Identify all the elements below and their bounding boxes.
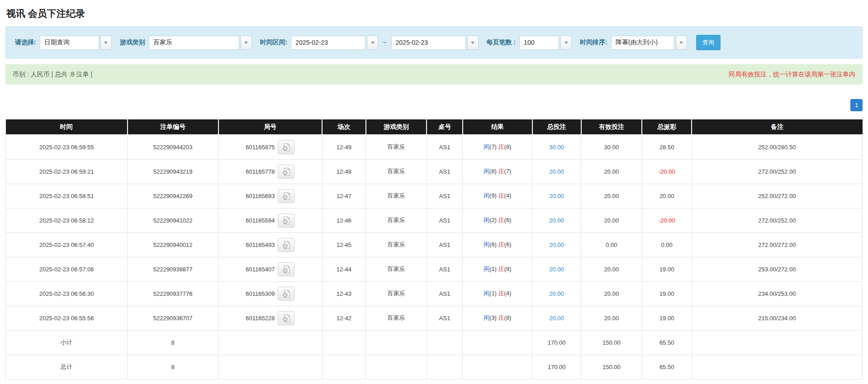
video-replay-icon <box>282 192 291 200</box>
cell-game-type: 百家乐 <box>366 159 427 184</box>
date-to-combobox: 2025-02-23 <box>391 36 479 50</box>
chevron-down-icon <box>244 42 248 44</box>
cell-remark: 234.00/253.00 <box>692 281 862 306</box>
video-replay-button[interactable] <box>278 189 294 203</box>
result-player-score: (3) <box>489 314 497 321</box>
query-type-combobox: 日期查询 <box>40 36 112 50</box>
currency-summary-text: 币别 : 人民币 | 总共 :8 注单 | <box>13 71 92 79</box>
cell-session: 12-47 <box>322 184 366 208</box>
date-to-dropdown-button[interactable] <box>467 36 479 50</box>
query-type-dropdown-button[interactable] <box>100 36 112 50</box>
cell-payout: -20.00 <box>642 159 692 184</box>
cell-result: 闲(6) 庄(6) <box>463 232 532 257</box>
date-to-field[interactable]: 2025-02-23 <box>391 36 466 50</box>
cell-bet-no: 522290943219 <box>128 159 218 184</box>
col-header-valid-bet: 有效投注 <box>581 119 642 135</box>
result-banker-score: (4) <box>504 290 512 297</box>
result-banker-score: (6) <box>504 217 512 223</box>
video-replay-button[interactable] <box>278 262 294 276</box>
cell-remark: 272.00/252.00 <box>692 159 862 184</box>
date-from-combobox: 2025-02-23 <box>291 36 378 50</box>
date-from-field[interactable]: 2025-02-23 <box>291 36 365 50</box>
total-bet-link[interactable]: 30.00 <box>549 144 564 151</box>
col-header-payout: 总派彩 <box>642 119 692 135</box>
cell-time: 2025-02-23 06:55:56 <box>6 306 128 330</box>
cell-valid-bet: 0.00 <box>581 232 642 257</box>
col-header-total-bet: 总投注 <box>532 119 581 135</box>
subtotal-total-bet: 170.00 <box>532 330 581 355</box>
cell-payout: 0.00 <box>642 232 692 257</box>
cell-round-no: 601165875 <box>218 135 322 159</box>
cell-total-bet: 20.00 <box>532 232 581 257</box>
table-row: 2025-02-23 06:58:12 522290941022 6011655… <box>6 208 863 232</box>
cell-game-type: 百家乐 <box>366 306 427 330</box>
result-player-score: (9) <box>489 192 497 199</box>
per-page-field[interactable]: 100 <box>519 36 559 50</box>
round-no-value: 601165778 <box>246 168 275 175</box>
time-sort-combobox: 降幂(由大到小) <box>611 36 687 50</box>
video-replay-button[interactable] <box>278 213 294 228</box>
game-type-dropdown-button[interactable] <box>241 36 252 50</box>
per-page-label: 每页笔数 : <box>487 38 516 47</box>
cell-table-no: AS1 <box>427 135 463 159</box>
round-no-value: 601165493 <box>246 242 275 248</box>
total-bet-link[interactable]: 20.00 <box>549 193 564 199</box>
result-banker: 庄 <box>498 314 504 321</box>
col-header-result: 结果 <box>463 119 532 135</box>
total-count: 8 <box>128 355 218 379</box>
result-banker: 庄 <box>498 290 504 297</box>
per-page-dropdown-button[interactable] <box>560 36 572 50</box>
cell-game-type: 百家乐 <box>366 281 427 306</box>
time-sort-dropdown-button[interactable] <box>676 36 687 50</box>
cell-result: 闲(9) 庄(4) <box>463 184 532 208</box>
total-row: 总计 8 170.00 150.00 65.50 <box>6 355 863 379</box>
game-type-field[interactable]: 百家乐 <box>149 36 239 50</box>
total-bet-link[interactable]: 20.00 <box>549 242 564 248</box>
video-replay-button[interactable] <box>278 311 294 325</box>
total-bet-link[interactable]: 20.00 <box>549 266 564 273</box>
result-banker: 庄 <box>498 168 504 175</box>
result-banker: 庄 <box>498 217 504 223</box>
video-replay-icon <box>282 289 291 298</box>
video-replay-button[interactable] <box>278 287 294 301</box>
cell-bet-no: 522290941022 <box>128 208 218 232</box>
time-sort-field[interactable]: 降幂(由大到小) <box>611 36 674 50</box>
video-replay-button[interactable] <box>278 140 294 154</box>
result-banker: 庄 <box>498 265 504 272</box>
total-bet-link[interactable]: 20.00 <box>549 217 564 224</box>
cell-payout: 20.00 <box>642 184 692 208</box>
result-banker-score: (8) <box>504 143 512 150</box>
cell-total-bet: 20.00 <box>532 208 581 232</box>
payout-value: -20.00 <box>659 217 675 224</box>
total-valid-bet: 150.00 <box>581 355 642 379</box>
result-player: 闲 <box>484 241 489 248</box>
query-type-field[interactable]: 日期查询 <box>40 36 99 50</box>
table-row: 2025-02-23 06:55:56 522290936707 6011652… <box>6 306 863 330</box>
payout-value: -20.00 <box>659 168 675 175</box>
cell-session: 12-46 <box>322 208 366 232</box>
total-bet-link[interactable]: 20.00 <box>549 315 564 322</box>
total-total-bet: 170.00 <box>532 355 581 379</box>
cell-round-no: 601165778 <box>218 159 322 184</box>
cell-game-type: 百家乐 <box>366 257 427 281</box>
video-replay-button[interactable] <box>278 238 294 252</box>
total-payout: 65.50 <box>642 355 692 379</box>
col-header-session: 场次 <box>322 119 366 135</box>
total-bet-link[interactable]: 20.00 <box>549 168 564 175</box>
payout-value: 28.50 <box>659 144 674 151</box>
result-player-score: (6) <box>489 241 497 248</box>
search-button[interactable]: 查询 <box>696 35 721 50</box>
round-no-value: 601165407 <box>246 266 275 273</box>
pagination-top: 1 <box>5 99 863 111</box>
cell-payout: 19.00 <box>642 257 692 281</box>
date-from-dropdown-button[interactable] <box>367 36 378 50</box>
range-separator: ~ <box>383 39 386 46</box>
video-replay-button[interactable] <box>278 165 294 179</box>
cell-round-no: 601165407 <box>218 257 322 281</box>
page-1-button[interactable]: 1 <box>850 99 863 111</box>
total-bet-link[interactable]: 20.00 <box>549 290 564 297</box>
cell-round-no: 601165228 <box>218 306 322 330</box>
cell-table-no: AS1 <box>427 232 463 257</box>
cell-session: 12-49 <box>322 135 366 159</box>
cell-remark: 252.00/272.00 <box>692 184 862 208</box>
